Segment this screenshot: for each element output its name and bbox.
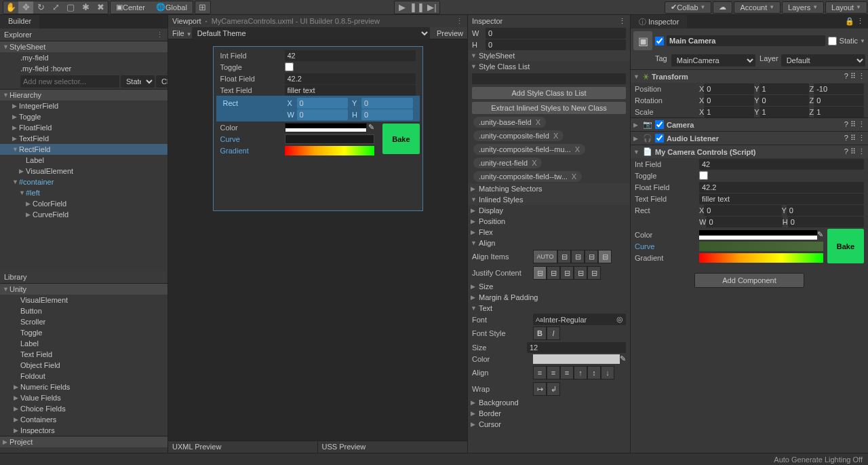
border-foldout[interactable]: ▶Border <box>468 408 630 419</box>
script-rect-h[interactable] <box>788 217 864 227</box>
pivot-button[interactable]: ▣ Center <box>111 1 151 14</box>
size-foldout[interactable]: ▶Size <box>468 281 630 292</box>
move-tool-icon[interactable]: ✥ <box>18 1 33 14</box>
class-chip[interactable]: .unity-composite-field--mu...X <box>473 144 585 155</box>
lib-item[interactable]: Button <box>0 305 167 316</box>
script-rect-y[interactable] <box>787 205 864 216</box>
italic-button[interactable]: I <box>547 327 560 340</box>
lib-item[interactable]: VisualElement <box>0 295 167 305</box>
lib-item[interactable]: ▶Numeric Fields <box>0 382 167 392</box>
display-foldout[interactable]: ▶Display <box>468 205 630 216</box>
file-menu[interactable]: File▼ <box>172 29 192 37</box>
rect-h-input[interactable] <box>361 109 413 120</box>
enable-checkbox[interactable] <box>655 37 664 45</box>
tree-item[interactable]: Label <box>0 155 167 166</box>
rect-x-input[interactable] <box>297 98 349 109</box>
w-input[interactable] <box>486 28 626 39</box>
size-input[interactable] <box>527 342 626 353</box>
add-class-button[interactable]: Add Style Class to List <box>472 87 626 99</box>
play-icon[interactable]: ▶ <box>395 1 410 14</box>
stylesheet-section[interactable]: ▼StyleSheet <box>0 41 167 52</box>
transform-tool-icon[interactable]: ✱ <box>78 1 93 14</box>
scale-y[interactable] <box>760 107 810 117</box>
justify-around-icon[interactable]: ⊟ <box>587 266 601 280</box>
class-select[interactable]: Class <box>156 75 167 88</box>
font-field[interactable]: Aa Inter-Regular◎ <box>533 314 626 325</box>
tree-item[interactable]: ▶TextField <box>0 133 167 144</box>
pause-icon[interactable]: ❚❚ <box>410 1 425 14</box>
pos-x[interactable] <box>704 83 754 94</box>
tree-item[interactable]: ▼#left <box>0 187 167 198</box>
h-input[interactable] <box>486 39 626 50</box>
flex-foldout[interactable]: ▶Flex <box>468 227 630 238</box>
script-rect-w[interactable] <box>706 217 782 227</box>
remove-chip-icon[interactable]: X <box>532 159 536 167</box>
stylesheet-foldout[interactable]: ▼StyleSheet <box>468 50 630 61</box>
class-chip[interactable]: .unity-base-fieldX <box>473 117 546 128</box>
color-swatch[interactable] <box>285 123 368 132</box>
rect-y-input[interactable] <box>361 98 413 109</box>
theme-select[interactable]: Default Theme <box>192 27 430 39</box>
scale-x[interactable] <box>704 107 754 117</box>
remove-chip-icon[interactable]: X <box>553 132 558 140</box>
library-project[interactable]: ▶Project <box>0 436 167 447</box>
align-mid-icon[interactable]: ↕ <box>587 366 601 379</box>
target-icon[interactable]: ◎ <box>616 315 623 324</box>
hierarchy-section[interactable]: ▼Hierarchy <box>0 89 167 100</box>
remove-chip-icon[interactable]: X <box>572 172 576 181</box>
uxml-preview-tab[interactable]: UXML Preview <box>168 441 318 453</box>
lib-item[interactable]: ▶Choice Fields <box>0 403 167 414</box>
static-checkbox[interactable] <box>828 37 837 45</box>
eyedropper-icon[interactable]: ✎ <box>620 354 626 363</box>
text-color-swatch[interactable] <box>533 354 620 364</box>
library-unity[interactable]: ▼Unity <box>0 283 167 295</box>
lib-item[interactable]: Text Field <box>0 349 167 360</box>
matching-foldout[interactable]: ▶Matching Selectors <box>468 183 630 194</box>
lib-item[interactable]: Label <box>0 338 167 349</box>
align-end-icon[interactable]: ⊟ <box>585 250 598 263</box>
align-foldout[interactable]: ▼Align <box>468 238 630 248</box>
snap-icon[interactable]: ⊞ <box>195 1 210 14</box>
audio-enable[interactable] <box>655 134 664 143</box>
background-foldout[interactable]: ▶Background <box>468 397 630 408</box>
tree-item[interactable]: ▶VisualElement <box>0 166 167 176</box>
tree-item[interactable]: ▶ColorField <box>0 198 167 209</box>
rot-z[interactable] <box>814 95 864 106</box>
lib-item[interactable]: ▶Inspectors <box>0 425 167 436</box>
class-chip[interactable]: .unity-composite-fieldX <box>473 130 564 141</box>
bold-button[interactable]: B <box>533 327 547 340</box>
tag-select[interactable]: MainCamera <box>671 54 755 67</box>
tab-builder[interactable]: Builder <box>0 15 39 29</box>
align-top-icon[interactable]: ↑ <box>574 366 587 379</box>
add-component-button[interactable]: Add Component <box>694 273 804 288</box>
tree-item[interactable]: ▶FloatField <box>0 122 167 133</box>
align-bot-icon[interactable]: ↓ <box>601 366 614 379</box>
space-button[interactable]: 🌐 Global <box>151 1 193 14</box>
script-gradient[interactable] <box>699 253 823 263</box>
tree-item[interactable]: ▶Toggle <box>0 111 167 122</box>
tree-item-rectfield[interactable]: ▼RectField <box>0 144 167 155</box>
class-input[interactable] <box>472 73 626 84</box>
rot-x[interactable] <box>704 95 754 106</box>
layers-button[interactable]: Layers▼ <box>782 1 824 14</box>
layer-select[interactable]: Default <box>781 54 865 67</box>
transform-header[interactable]: ▼⚹Transform? ⠿ ⋮ <box>631 69 868 83</box>
scale-z[interactable] <box>814 107 864 117</box>
menu-icon[interactable]: ⋮ <box>618 17 626 26</box>
lib-item[interactable]: Foldout <box>0 371 167 382</box>
eyedropper-icon[interactable]: ✎ <box>817 230 823 239</box>
justify-center-icon[interactable]: ⊟ <box>547 266 560 280</box>
lib-item[interactable]: ▶Containers <box>0 414 167 425</box>
cursor-foldout[interactable]: ▶Cursor <box>468 419 630 430</box>
remove-chip-icon[interactable]: X <box>536 118 540 126</box>
script-bake-button[interactable]: Bake <box>827 229 864 263</box>
lib-item[interactable]: Toggle <box>0 327 167 338</box>
align-right-icon[interactable]: ≡ <box>560 366 574 379</box>
rot-y[interactable] <box>760 95 810 106</box>
audio-header[interactable]: ▶🎧Audio Listener? ⠿ ⋮ <box>631 131 868 145</box>
selector-item[interactable]: .my-field <box>0 52 167 63</box>
script-header[interactable]: ▼📄My Camera Controls (Script)? ⠿ ⋮ <box>631 145 868 158</box>
script-color[interactable] <box>699 230 817 240</box>
camera-header[interactable]: ▶📷Camera? ⠿ ⋮ <box>631 117 868 131</box>
bake-button[interactable]: Bake <box>382 124 419 154</box>
